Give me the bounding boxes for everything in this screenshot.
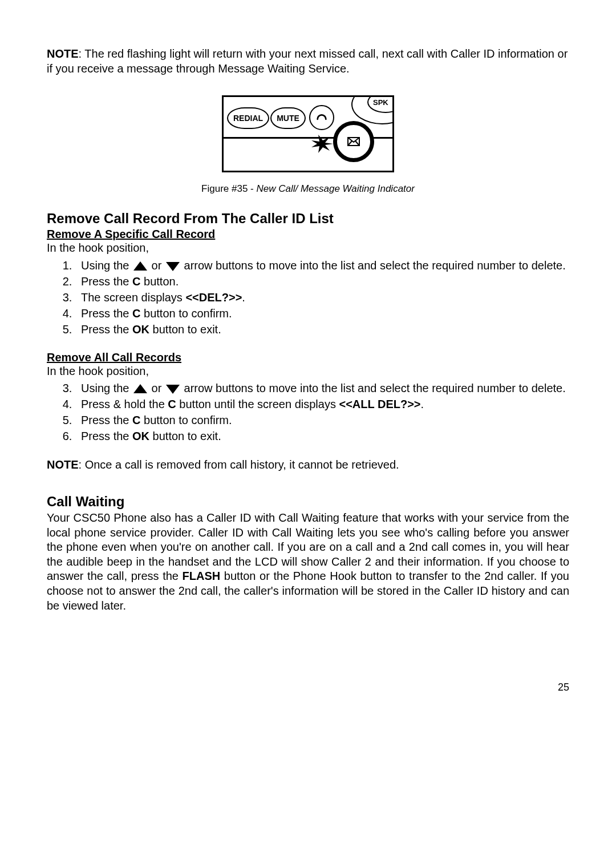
up-arrow-icon <box>133 384 147 393</box>
list-item: Press the OK button to exit. <box>75 429 569 443</box>
list-item: Using the or arrow buttons to move into … <box>75 258 569 273</box>
list-item: Press the C button. <box>75 274 569 289</box>
figure-caption: Figure #35 - New Call/ Message Waiting I… <box>47 183 569 195</box>
list-item: Press the OK button to exit. <box>75 322 569 337</box>
message-indicator-circle <box>333 121 374 162</box>
note-label: NOTE <box>47 458 79 471</box>
mute-button-graphic: MUTE <box>270 107 306 129</box>
figure-35: REDIAL MUTE SPK ° ° ° <box>47 95 569 175</box>
steps-remove-all: Using the or arrow buttons to move into … <box>75 381 569 443</box>
up-arrow-icon <box>133 261 147 271</box>
down-arrow-icon <box>166 262 180 271</box>
note-paragraph-2: NOTE: Once a call is removed from call h… <box>47 458 569 473</box>
note-text: : The red flashing light will return wit… <box>47 47 568 75</box>
list-item: Press the C button to confirm. <box>75 413 569 427</box>
list-item: Press the C button to confirm. <box>75 306 569 321</box>
svg-marker-0 <box>311 135 333 153</box>
hook-position-text-2: In the hook position, <box>47 364 569 379</box>
steps-remove-specific: Using the or arrow buttons to move into … <box>75 258 569 337</box>
list-item: Press & hold the C button until the scre… <box>75 397 569 412</box>
phone-panel-illustration: REDIAL MUTE SPK ° ° ° <box>222 95 394 172</box>
hook-position-text: In the hook position, <box>47 241 569 256</box>
down-arrow-icon <box>166 385 180 394</box>
list-item: The screen displays <<DEL?>>. <box>75 290 569 305</box>
subheading-remove-all: Remove All Call Records <box>47 351 569 364</box>
note-text: : Once a call is removed from call histo… <box>79 458 399 471</box>
list-item: Using the or arrow buttons to move into … <box>75 381 569 396</box>
note-paragraph: NOTE: The red flashing light will return… <box>47 47 569 76</box>
note-label: NOTE <box>47 47 79 60</box>
page-number: 25 <box>47 681 569 693</box>
section-heading-remove-record: Remove Call Record From The Caller ID Li… <box>47 211 569 227</box>
redial-button-graphic: REDIAL <box>227 107 269 129</box>
handset-button-graphic <box>309 105 334 130</box>
section-heading-call-waiting: Call Waiting <box>47 494 569 510</box>
call-waiting-paragraph: Your CSC50 Phone also has a Caller ID wi… <box>47 511 569 613</box>
subheading-remove-specific: Remove A Specific Call Record <box>47 228 569 241</box>
envelope-icon <box>347 137 360 146</box>
